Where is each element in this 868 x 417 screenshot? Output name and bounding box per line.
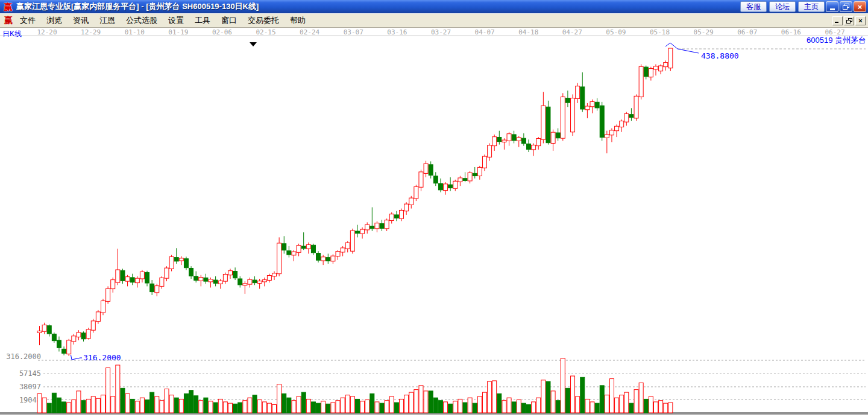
child-restore-button[interactable] (844, 16, 854, 25)
close-icon: × (858, 3, 863, 11)
date-tick: 06-07 (737, 28, 757, 36)
menu-item-settings[interactable]: 设置 (163, 14, 189, 27)
date-tick: 06-27 (825, 28, 844, 36)
menu-item-browse[interactable]: 浏览 (41, 14, 68, 27)
date-axis-row: 日K线 12-2012-2901-1001-1902-0602-1502-240… (0, 28, 868, 36)
date-tick: 02-24 (300, 28, 319, 36)
close-button[interactable]: × (854, 1, 866, 12)
menu-item-file[interactable]: 文件 (14, 14, 41, 27)
child-minimize-icon (835, 18, 840, 24)
date-tick: 03-07 (344, 28, 363, 36)
low-axis-label: 316.2000 (6, 352, 41, 361)
date-tick: 02-15 (256, 28, 275, 36)
date-tick: 04-27 (562, 28, 582, 36)
child-restore-icon (846, 18, 852, 24)
high-price-label: 438.8800 (701, 51, 739, 60)
menu-item-gann[interactable]: 江恩 (94, 14, 121, 27)
window-title: 赢家江恩专业版[赢家内部服务平台] - [贵州茅台 SH600519-130日K… (16, 1, 738, 12)
marker-triangle-icon (250, 42, 257, 46)
volume-axis-label: 57145 (19, 369, 41, 378)
kline-chart-canvas[interactable]: 571453809719048438.8800316.2000316.20006… (0, 36, 868, 417)
menu-item-news[interactable]: 资讯 (68, 14, 94, 27)
date-tick: 05-29 (694, 28, 714, 36)
menu-item-help[interactable]: 帮助 (285, 14, 311, 27)
volume-axis-label: 38097 (19, 383, 41, 391)
date-tick: 04-07 (475, 28, 495, 36)
date-tick: 12-29 (81, 28, 101, 36)
menu-logo-icon: 赢 (2, 15, 14, 26)
menu-item-tools[interactable]: 工具 (189, 14, 216, 27)
menu-item-formula-stock-pick[interactable]: 公式选股 (121, 14, 163, 27)
menu-item-trade-order[interactable]: 交易委托 (242, 14, 285, 27)
customer-service-button[interactable]: 客服 (740, 1, 767, 12)
date-tick: 04-18 (518, 28, 538, 36)
date-tick: 03-27 (431, 28, 451, 36)
menu-item-window[interactable]: 窗口 (216, 14, 242, 27)
forum-button[interactable]: 论坛 (769, 1, 796, 12)
menu-bar: 赢 文件 浏览 资讯 江恩 公式选股 设置 工具 窗口 交易委托 帮助 × (0, 13, 868, 28)
restore-icon (843, 4, 849, 10)
date-tick: 01-19 (168, 28, 188, 36)
child-minimize-button[interactable] (832, 16, 843, 25)
title-bar: 赢 赢家江恩专业版[赢家内部服务平台] - [贵州茅台 SH600519-130… (0, 0, 868, 13)
child-close-button[interactable]: × (855, 16, 866, 25)
app-logo-icon: 赢 (3, 2, 13, 12)
restore-button[interactable] (840, 1, 852, 12)
child-close-icon: × (858, 18, 862, 24)
low-price-label: 316.2000 (83, 353, 121, 362)
date-tick: 05-09 (606, 28, 626, 36)
home-button[interactable]: 主页 (798, 1, 825, 12)
date-tick: 05-18 (650, 28, 670, 36)
date-tick: 02-06 (212, 28, 232, 36)
date-tick: 01-10 (125, 28, 145, 36)
date-tick: 06-16 (781, 28, 801, 36)
symbol-label: 600519 贵州茅台 (807, 36, 866, 45)
date-tick: 12-20 (37, 28, 57, 36)
minimize-icon (830, 8, 835, 10)
date-tick: 03-16 (387, 28, 407, 36)
minimize-button[interactable] (826, 1, 838, 12)
app-window: 赢 赢家江恩专业版[赢家内部服务平台] - [贵州茅台 SH600519-130… (0, 0, 868, 417)
